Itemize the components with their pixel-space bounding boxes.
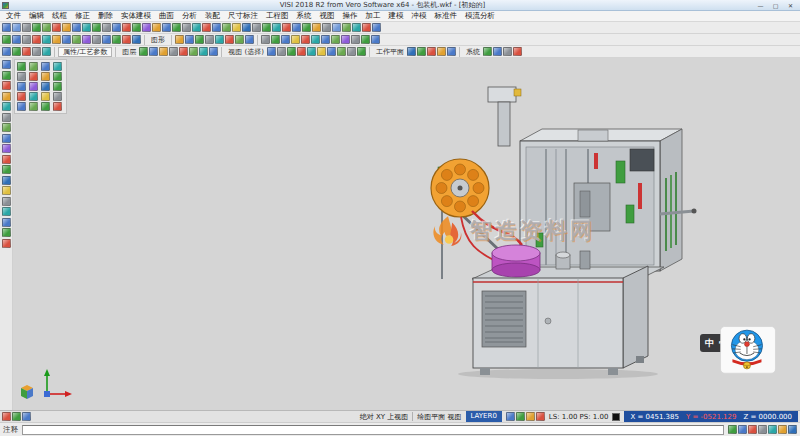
toolbar-icon[interactable]: [179, 47, 188, 56]
toolbar-icon[interactable]: [351, 35, 360, 44]
toolbar-label-layers[interactable]: 图层: [119, 47, 139, 57]
palette-icon[interactable]: [41, 92, 50, 101]
toolbar-icon[interactable]: [235, 35, 244, 44]
toolbar-icon[interactable]: [12, 47, 21, 56]
prompt-toolbar-icon[interactable]: [748, 425, 757, 434]
toolbar-icon[interactable]: [311, 35, 320, 44]
toolbar-icon[interactable]: [291, 35, 300, 44]
prompt-toolbar-icon[interactable]: [768, 425, 777, 434]
toolbar-icon[interactable]: [357, 47, 366, 56]
toolbar-icon[interactable]: [302, 23, 311, 32]
toolbar-icon[interactable]: [2, 102, 11, 111]
toolbar-label-graphics[interactable]: 图形: [148, 35, 168, 45]
menu-item[interactable]: 冲模: [408, 11, 431, 21]
menu-item[interactable]: 视图: [316, 11, 339, 21]
toolbar-icon[interactable]: [82, 35, 91, 44]
toolbar-icon[interactable]: [182, 23, 191, 32]
toolbar-icon[interactable]: [122, 35, 131, 44]
palette-icon[interactable]: [29, 92, 38, 101]
toolbar-icon[interactable]: [222, 23, 231, 32]
status-icon[interactable]: [2, 412, 11, 421]
palette-icon[interactable]: [29, 82, 38, 91]
toolbar-icon[interactable]: [347, 47, 356, 56]
menu-item[interactable]: 标准件: [431, 11, 462, 21]
toolbar-icon[interactable]: [52, 23, 61, 32]
tab-properties-parameters[interactable]: 属性/工艺参数: [58, 47, 112, 57]
toolbar-icon[interactable]: [92, 35, 101, 44]
maximize-button[interactable]: ▢: [768, 1, 783, 10]
palette-icon[interactable]: [29, 102, 38, 111]
toolbar-icon[interactable]: [301, 35, 310, 44]
toolbar-icon[interactable]: [2, 134, 11, 143]
toolbar-label-view-select[interactable]: 视图 (选择): [225, 47, 267, 57]
view-mode-indicator[interactable]: 绝对 XY 上视图: [360, 412, 409, 422]
toolbar-icon[interactable]: [2, 47, 11, 56]
palette-icon[interactable]: [17, 82, 26, 91]
toolbar-label-workplane[interactable]: 工作平面: [373, 47, 407, 57]
palette-icon[interactable]: [17, 72, 26, 81]
toolbar-icon[interactable]: [22, 35, 31, 44]
toolbar-icon[interactable]: [72, 23, 81, 32]
toolbar-icon[interactable]: [162, 23, 171, 32]
palette-icon[interactable]: [53, 102, 62, 111]
toolbar-icon[interactable]: [312, 23, 321, 32]
toolbar-icon[interactable]: [2, 207, 11, 216]
palette-icon[interactable]: [41, 72, 50, 81]
minimize-button[interactable]: —: [753, 1, 768, 10]
menu-item[interactable]: 操作: [339, 11, 362, 21]
toolbar-icon[interactable]: [132, 35, 141, 44]
toolbar-icon[interactable]: [209, 47, 218, 56]
toolbar-icon[interactable]: [192, 23, 201, 32]
toolbar-icon[interactable]: [112, 23, 121, 32]
toolbar-icon[interactable]: [32, 23, 41, 32]
toolbar-icon[interactable]: [287, 47, 296, 56]
menu-item[interactable]: 建模: [385, 11, 408, 21]
palette-icon[interactable]: [17, 62, 26, 71]
toolbar-icon[interactable]: [483, 47, 492, 56]
toolbar-icon[interactable]: [2, 23, 11, 32]
toolbar-icon[interactable]: [2, 197, 11, 206]
toolbar-icon[interactable]: [242, 23, 251, 32]
palette-icon[interactable]: [17, 92, 26, 101]
menu-item[interactable]: 尺寸标注: [224, 11, 262, 21]
status-icon[interactable]: [22, 412, 31, 421]
toolbar-icon[interactable]: [493, 47, 502, 56]
toolbar-icon[interactable]: [205, 35, 214, 44]
viewport-3d[interactable]: 智造资料网 中 ↖: [13, 58, 800, 410]
toolbar-icon[interactable]: [2, 144, 11, 153]
toolbar-icon[interactable]: [102, 35, 111, 44]
toolbar-icon[interactable]: [169, 47, 178, 56]
menu-item[interactable]: 线框: [48, 11, 71, 21]
status-icon[interactable]: [536, 412, 545, 421]
palette-icon[interactable]: [53, 92, 62, 101]
status-icon[interactable]: [516, 412, 525, 421]
menu-item[interactable]: 实体建模: [117, 11, 155, 21]
toolbar-icon[interactable]: [132, 23, 141, 32]
toolbar-icon[interactable]: [139, 47, 148, 56]
toolbar-icon[interactable]: [371, 35, 380, 44]
toolbar-icon[interactable]: [32, 35, 41, 44]
menu-item[interactable]: 工程图: [262, 11, 293, 21]
toolbar-icon[interactable]: [327, 47, 336, 56]
toolbar-icon[interactable]: [503, 47, 512, 56]
toolbar-icon[interactable]: [2, 113, 11, 122]
toolbar-icon[interactable]: [12, 35, 21, 44]
toolbar-icon[interactable]: [2, 176, 11, 185]
prompt-toolbar-icon[interactable]: [778, 425, 787, 434]
toolbar-icon[interactable]: [149, 47, 158, 56]
palette-icon[interactable]: [53, 82, 62, 91]
toolbar-icon[interactable]: [271, 35, 280, 44]
toolbar-icon[interactable]: [22, 23, 31, 32]
toolbar-icon[interactable]: [2, 165, 11, 174]
toolbar-icon[interactable]: [52, 35, 61, 44]
toolbar-icon[interactable]: [2, 239, 11, 248]
menu-item[interactable]: 模流分析: [461, 11, 499, 21]
toolbar-icon[interactable]: [172, 23, 181, 32]
command-input[interactable]: [22, 425, 724, 435]
prompt-toolbar-icon[interactable]: [788, 425, 797, 434]
toolbar-icon[interactable]: [362, 23, 371, 32]
toolbar-icon[interactable]: [407, 47, 416, 56]
toolbar-icon[interactable]: [277, 47, 286, 56]
menu-item[interactable]: 装配: [201, 11, 224, 21]
toolbar-icon[interactable]: [341, 35, 350, 44]
